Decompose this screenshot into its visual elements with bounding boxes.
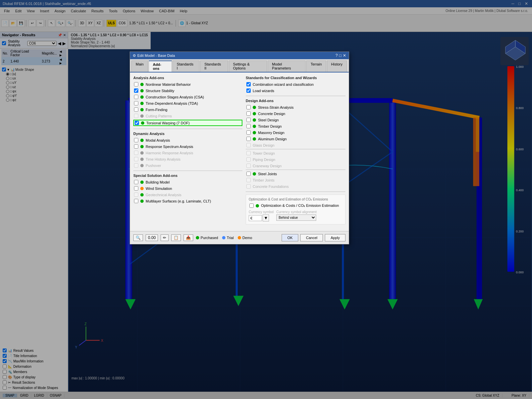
alignment-select[interactable]: Behind value Before value [276, 214, 316, 221]
tab-main[interactable]: Main [131, 61, 148, 72]
currency-input[interactable] [249, 215, 262, 221]
addon-tda-cb[interactable] [134, 101, 138, 105]
design-concrete-cb[interactable] [246, 111, 251, 116]
addon-pushover: Pushover [133, 163, 242, 168]
addon-csa[interactable]: Construction Stages Analysis (CSA) [133, 94, 242, 99]
addon-formfinding-cb[interactable] [134, 107, 138, 112]
design-steel-joints[interactable]: Steel Joints [246, 171, 345, 176]
modal-help-btn[interactable]: ? [335, 53, 338, 58]
design-masonry-cb[interactable] [246, 130, 251, 135]
addon-csa-cb[interactable] [134, 95, 138, 99]
footer-edit-btn[interactable]: ✏ [161, 234, 169, 241]
legend-demo: Demo [238, 236, 252, 240]
addon-stability[interactable]: Structure Stability [133, 88, 242, 93]
addon-wind-cb[interactable] [134, 186, 138, 191]
design-stress-cb[interactable] [246, 105, 251, 109]
design-stress-dot [253, 106, 256, 109]
addon-torsional-cb[interactable] [135, 121, 139, 125]
addon-stability-cb[interactable] [134, 88, 138, 93]
tab-history[interactable]: History [327, 61, 347, 72]
addon-formfinding[interactable]: Form-Finding [133, 107, 242, 112]
design-steel-cb[interactable] [246, 118, 251, 122]
class-combo-label: Combination wizard and classification [253, 82, 314, 86]
design-craneway-label: Craneway Design [253, 164, 282, 168]
tab-settings[interactable]: Settings & Options [229, 61, 267, 72]
design-steel-joints-label: Steel Joints [258, 172, 277, 176]
opt-co2-cb[interactable] [249, 203, 254, 208]
modal-footer: 🔍 0.00 ✏ 📋 📥 Purchased Trial [130, 231, 349, 244]
footer-import-btn[interactable]: 📥 [184, 234, 193, 241]
currency-dropdown-btn[interactable]: ▼ [263, 214, 269, 221]
design-steel-label: Steel Design [258, 118, 279, 122]
design-timber-cb[interactable] [246, 124, 251, 128]
class-load-wizard[interactable]: Load wizards [246, 88, 345, 93]
design-aluminum[interactable]: Aluminum Design [246, 136, 345, 141]
addon-geotec: Geotechnical Analysis [133, 192, 242, 197]
addon-formfinding-label: Form-Finding [146, 108, 167, 112]
legend-demo-label: Demo [242, 236, 252, 240]
footer-reset-btn[interactable]: 0.00 [146, 234, 158, 241]
divider-r2 [246, 149, 345, 149]
addon-multilayer[interactable]: Multilayer Surfaces (e.g. Laminate, CLT) [133, 199, 242, 203]
design-concrete-found: Concrete Foundations [246, 184, 345, 189]
modal-close-btn[interactable]: ✕ [343, 53, 346, 58]
addon-multilayer-dot [140, 200, 144, 203]
class-combo-wizard[interactable]: Combination wizard and classification [246, 82, 345, 87]
addon-geotec-label: Geotechnical Analysis [146, 193, 182, 197]
addon-response-label: Response Spectrum Analysis [146, 145, 193, 149]
addon-tda[interactable]: Time-Dependent Analysis (TDA) [133, 101, 242, 106]
divider-r3 [246, 170, 345, 170]
design-steel[interactable]: Steel Design [246, 117, 345, 122]
design-piping-label: Piping Design [253, 158, 275, 162]
addon-response[interactable]: Response Spectrum Analysis [133, 144, 242, 149]
opt-currency-field: Currency symbol ▼ [249, 210, 274, 221]
opt-co2[interactable]: Optimization & Costs / CO₂ Emission Esti… [249, 203, 342, 208]
modal-apply-btn[interactable]: Apply [325, 234, 345, 241]
addon-multilayer-cb[interactable] [134, 199, 138, 203]
design-concrete[interactable]: Concrete Design [246, 111, 345, 116]
class-combo-cb[interactable] [246, 82, 251, 86]
modal-cancel-btn[interactable]: Cancel [300, 234, 323, 241]
modal-ok-btn[interactable]: OK [282, 234, 298, 241]
design-craneway-cb [246, 164, 251, 168]
modal-left-col: Analysis Add-ons Nonlinear Material Beha… [133, 76, 242, 228]
addon-timehistory-dot [140, 158, 144, 161]
addon-nonlinear-cb[interactable] [134, 82, 138, 86]
class-load-label: Load wizards [253, 89, 274, 93]
divider-2 [133, 171, 242, 171]
class-title: Standards for Classification and Wizards [246, 76, 345, 80]
footer-copy-btn[interactable]: 📋 [171, 234, 181, 241]
tab-addons[interactable]: Add-ons [149, 61, 172, 72]
design-concrete-label: Concrete Design [258, 112, 285, 116]
addon-torsional-dot [141, 121, 144, 125]
addon-wind[interactable]: Wind Simulation [133, 186, 242, 191]
addon-response-cb[interactable] [134, 144, 138, 149]
addon-modal-cb[interactable] [134, 138, 138, 142]
design-tower-cb [246, 151, 251, 155]
addon-torsional[interactable]: Torsional Warping (7 DOF) [133, 120, 242, 126]
addon-building-cb[interactable] [134, 180, 138, 184]
design-aluminum-cb[interactable] [246, 137, 251, 141]
design-steel-joints-cb[interactable] [246, 172, 251, 176]
design-masonry[interactable]: Masonry Design [246, 130, 345, 135]
addon-modal[interactable]: Modal Analysis [133, 138, 242, 143]
design-glass: Glass Design [246, 143, 345, 148]
tab-standards-ii[interactable]: Standards II [200, 61, 228, 72]
addon-building-dot [140, 181, 144, 184]
tab-model-params[interactable]: Model Parameters [268, 61, 306, 72]
addon-nonlinear[interactable]: Nonlinear Material Behavior [133, 82, 242, 87]
modal-maximize-btn[interactable]: □ [339, 53, 341, 58]
design-timber[interactable]: Timber Design [246, 124, 345, 129]
design-timber-label: Timber Design [258, 124, 282, 128]
tab-terrain[interactable]: Terrain [306, 61, 326, 72]
currency-label: Currency symbol [249, 210, 274, 214]
divider-1 [133, 129, 242, 129]
tab-standards-i[interactable]: Standards I [173, 61, 200, 72]
addon-building[interactable]: Building Model [133, 180, 242, 185]
special-title: Special Solution Add-ons [133, 174, 242, 178]
design-tower: Tower Design [246, 151, 345, 156]
footer-search-btn[interactable]: 🔍 [133, 234, 143, 241]
addon-tda-dot [140, 102, 144, 105]
class-load-cb[interactable] [246, 88, 251, 93]
design-stress[interactable]: Stress-Strain Analysis [246, 105, 345, 110]
